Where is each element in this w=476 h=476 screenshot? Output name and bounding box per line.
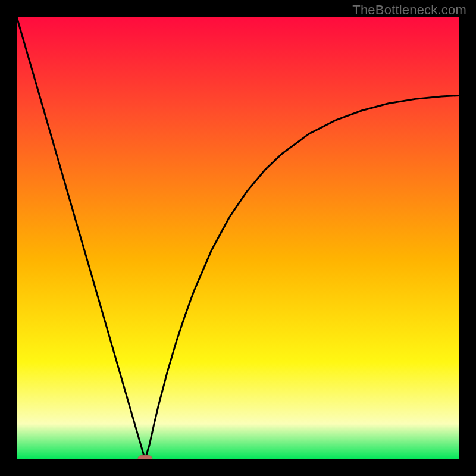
minimum-marker <box>138 456 152 460</box>
watermark-text: TheBottleneck.com <box>352 2 466 18</box>
bottleneck-chart <box>17 17 459 459</box>
plot-area <box>17 17 459 459</box>
chart-frame: TheBottleneck.com <box>0 0 476 476</box>
gradient-background <box>17 17 459 459</box>
